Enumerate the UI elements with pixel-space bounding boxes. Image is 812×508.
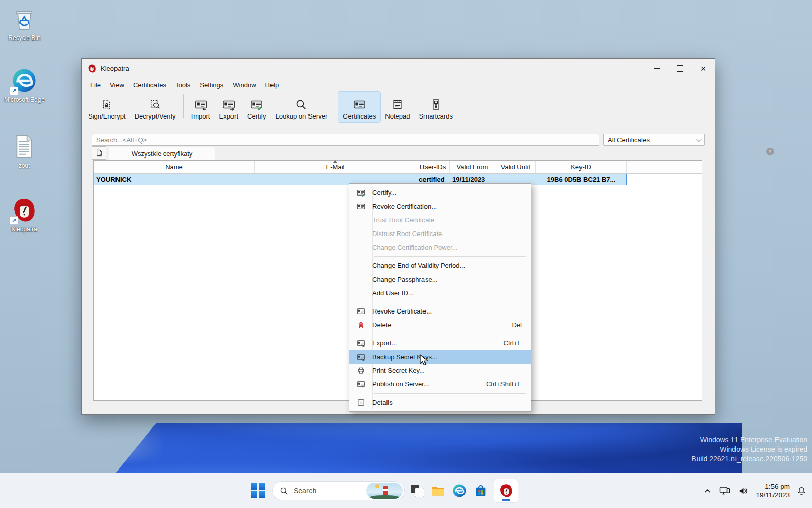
menu-window[interactable]: Window <box>228 79 260 91</box>
certificates-view-button[interactable]: Certificates <box>338 92 380 122</box>
kleopatra-icon: ↗ <box>11 197 38 224</box>
certify-button[interactable]: Certify <box>243 92 271 122</box>
close-icon: × <box>700 64 706 73</box>
header-name[interactable]: Name <box>94 161 255 173</box>
file-explorer-button[interactable] <box>431 483 446 498</box>
toolbar-label: Import <box>191 112 210 120</box>
window-title: Kleopatra <box>101 65 129 72</box>
edge-taskbar-button[interactable] <box>452 483 467 498</box>
task-view-button[interactable] <box>411 485 424 497</box>
header-valid-from[interactable]: Valid From <box>450 161 495 173</box>
notepad-view-button[interactable]: Notepad <box>380 92 414 122</box>
start-button[interactable] <box>251 483 266 498</box>
clear-filter-button[interactable]: × <box>766 148 774 155</box>
menu-item-revoke-certification[interactable]: Revoke Certification... <box>349 200 531 213</box>
table-header-row: Name E-Mail User-IDs Valid From Valid Un… <box>94 161 702 174</box>
minimize-button[interactable] <box>645 59 668 78</box>
windows-logo-icon <box>259 491 265 498</box>
context-menu: Certify... Revoke Certification... Trust… <box>349 183 531 412</box>
kleopatra-app-icon <box>87 64 97 73</box>
toolbar-label: Smartcards <box>419 112 452 120</box>
tray-chevron-up-icon[interactable] <box>703 486 712 496</box>
menu-item-export[interactable]: Export... Ctrl+E <box>349 336 531 350</box>
desktop-icon-zout[interactable]: zout <box>1 133 48 169</box>
lighthouse-shape <box>383 486 388 495</box>
title-bar[interactable]: Kleopatra × <box>82 59 715 78</box>
volume-icon[interactable] <box>738 485 749 497</box>
certificate-filter-dropdown[interactable]: All Certificates <box>603 134 705 146</box>
menu-separator <box>374 393 526 394</box>
menu-item-change-validity[interactable]: Change End of Validity Period... <box>349 259 531 272</box>
certificates-icon <box>353 98 366 111</box>
network-display-icon[interactable] <box>719 485 731 497</box>
menu-item-change-passphrase[interactable]: Change Passphrase... <box>349 272 531 286</box>
menu-settings[interactable]: Settings <box>195 79 228 91</box>
menu-separator <box>374 256 526 257</box>
header-valid-until[interactable]: Valid Until <box>495 161 536 173</box>
taskbar-search-box[interactable]: Search <box>272 481 405 500</box>
toolbar: Sign/Encrypt Decrypt/Verify Import Expor… <box>82 91 715 123</box>
export-icon <box>222 98 235 111</box>
menu-item-shortcut: Del <box>512 321 522 329</box>
tray-date: 19/11/2023 <box>756 491 790 499</box>
backup-secret-keys-icon <box>349 353 372 361</box>
desktop-icon-label: Kleopatra <box>11 226 37 233</box>
menu-item-label: Export... <box>372 339 504 347</box>
menu-item-publish-on-server[interactable]: Publish on Server... Ctrl+Shift+E <box>349 377 531 391</box>
desktop-icon-recycle-bin[interactable]: Recycle Bin <box>1 5 48 42</box>
header-filler <box>627 161 702 173</box>
menu-help[interactable]: Help <box>261 79 284 91</box>
taskbar-clock[interactable]: 1:56 pm 19/11/2023 <box>756 482 790 499</box>
lookup-on-server-button[interactable]: Lookup on Server <box>271 92 332 122</box>
smartcards-view-button[interactable]: Smartcards <box>414 92 457 122</box>
menu-item-delete[interactable]: Delete Del <box>349 318 531 332</box>
menu-certificates[interactable]: Certificates <box>129 79 171 91</box>
desktop-icon-edge[interactable]: ↗ Microsoft Edge <box>1 67 48 103</box>
menu-item-print-secret-key[interactable]: Print Secret Key... <box>349 364 531 377</box>
toolbar-label: Decrypt/Verify <box>135 112 176 120</box>
store-button[interactable] <box>473 483 488 498</box>
toolbar-separator <box>335 94 335 118</box>
menu-item-label: Revoke Certificate... <box>372 307 531 315</box>
menu-item-change-certification-power[interactable]: Change Certification Power... <box>349 241 531 254</box>
header-key-id[interactable]: Key-ID <box>536 161 627 173</box>
notification-bell-icon[interactable] <box>796 486 807 496</box>
wallpaper-bloom <box>115 423 742 473</box>
menu-item-revoke-certificate[interactable]: Revoke Certificate... <box>349 304 531 318</box>
import-button[interactable]: Import <box>187 92 215 122</box>
watermark-line: Windows License is expired <box>691 445 807 454</box>
menu-item-add-user-id[interactable]: Add User ID... <box>349 286 531 300</box>
menu-view[interactable]: View <box>105 79 129 91</box>
menu-item-details[interactable]: Details <box>349 396 531 409</box>
export-icon <box>349 339 372 347</box>
decrypt-verify-icon <box>149 98 162 111</box>
header-user-ids[interactable]: User-IDs <box>416 161 450 173</box>
cell-key-id: 19B6 0D5B BC21 B7... <box>536 174 627 185</box>
export-button[interactable]: Export <box>214 92 243 122</box>
sign-encrypt-button[interactable]: Sign/Encrypt <box>84 92 130 122</box>
tab-all-certificates[interactable]: Wszystkie certyfikaty <box>109 147 215 160</box>
menu-item-certify[interactable]: Certify... <box>349 186 531 200</box>
decrypt-verify-button[interactable]: Decrypt/Verify <box>130 92 180 122</box>
certify-icon <box>349 188 372 197</box>
search-highlight-image <box>366 483 403 499</box>
desktop-icon-kleopatra[interactable]: ↗ Kleopatra <box>1 197 48 233</box>
import-icon <box>195 98 207 111</box>
search-input[interactable] <box>92 134 599 146</box>
menu-item-trust-root[interactable]: Trust Root Certificate <box>349 213 531 227</box>
kleopatra-icon <box>498 483 514 498</box>
menu-file[interactable]: File <box>86 79 105 91</box>
maximize-button[interactable] <box>668 59 691 78</box>
menu-tools[interactable]: Tools <box>171 79 195 91</box>
edge-icon: ↗ <box>11 67 38 94</box>
header-email[interactable]: E-Mail <box>255 161 416 173</box>
toolbar-label: Certificates <box>343 112 376 120</box>
kleopatra-taskbar-button[interactable] <box>494 479 518 502</box>
new-tab-button[interactable] <box>92 146 106 160</box>
close-button[interactable]: × <box>691 59 715 78</box>
menu-item-distrust-root[interactable]: Distrust Root Certificate <box>349 227 531 241</box>
menu-item-label: Certify... <box>372 189 531 197</box>
menu-item-backup-secret-keys[interactable]: Backup Secret Keys... <box>349 350 531 364</box>
menu-bar: File View Certificates Tools Settings Wi… <box>82 78 715 91</box>
menu-item-label: Distrust Root Certificate <box>372 230 531 238</box>
